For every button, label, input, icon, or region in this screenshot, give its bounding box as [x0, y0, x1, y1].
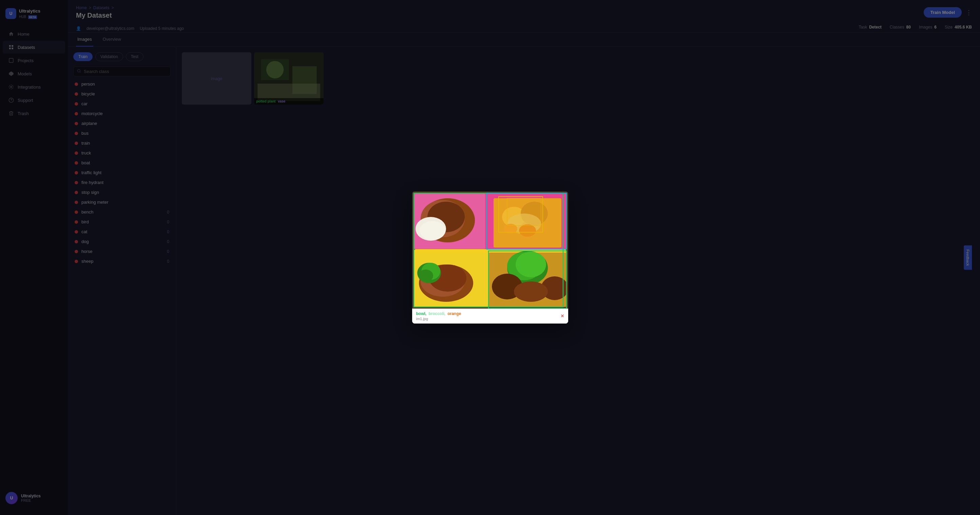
image-modal: bowl, broccoli, orange im1.jpg × [412, 191, 568, 324]
modal-filename: im1.jpg [416, 317, 461, 321]
svg-point-39 [418, 269, 433, 282]
svg-point-32 [519, 225, 536, 237]
modal-tag-orange: orange [447, 311, 461, 316]
modal-close-button[interactable]: × [561, 313, 564, 319]
svg-point-43 [515, 252, 546, 277]
modal-overlay: bowl, broccoli, orange im1.jpg × [0, 0, 980, 515]
modal-image-wrapper [412, 191, 568, 309]
modal-image [412, 191, 568, 309]
modal-tags: bowl, broccoli, orange [416, 311, 461, 316]
svg-point-46 [514, 281, 548, 302]
modal-info: bowl, broccoli, orange im1.jpg [416, 311, 461, 321]
food-image-svg [412, 191, 568, 309]
modal-footer: bowl, broccoli, orange im1.jpg × [412, 309, 568, 324]
modal-tag-broccoli: broccoli, [428, 311, 445, 316]
svg-point-26 [420, 221, 445, 240]
modal-tag-bowl: bowl, [416, 311, 427, 316]
